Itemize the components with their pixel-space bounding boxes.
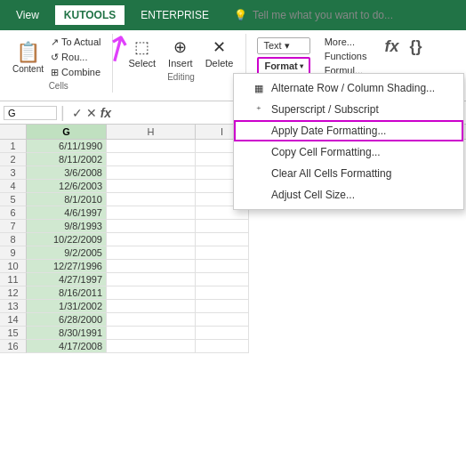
cell-extra[interactable]	[196, 340, 249, 353]
cell-g[interactable]: 8/30/1991	[27, 327, 107, 340]
copy-cell-item[interactable]: Copy Cell Formatting...	[234, 141, 463, 163]
cell-g[interactable]: 1/31/2002	[27, 300, 107, 313]
table-row: 9 9/2/2005	[0, 246, 466, 260]
cell-h[interactable]	[107, 140, 196, 153]
round-btn[interactable]: ↺ Rou...	[47, 51, 105, 64]
cell-g[interactable]: 6/28/2000	[27, 313, 107, 327]
row-number: 15	[0, 327, 27, 340]
cell-extra[interactable]	[196, 327, 249, 340]
cell-h[interactable]	[107, 273, 196, 286]
format-btn[interactable]: Format ▾	[257, 57, 309, 75]
table-row: 7 9/8/1993	[0, 220, 466, 233]
cell-extra[interactable]	[196, 273, 249, 286]
cell-h[interactable]	[107, 246, 196, 260]
cell-h[interactable]	[107, 220, 196, 233]
row-number: 13	[0, 300, 27, 313]
superscript-item[interactable]: ⁺ Superscript / Subscript	[234, 99, 463, 120]
content-label: Content	[12, 64, 44, 74]
cell-h[interactable]	[107, 166, 196, 180]
cell-h[interactable]	[107, 206, 196, 220]
fx-icon: fx	[384, 37, 398, 56]
tab-view[interactable]: View	[7, 5, 48, 25]
fx-area: fx	[381, 34, 402, 60]
apply-date-item[interactable]: Apply Date Formatting...	[234, 120, 463, 141]
formula-icons-area: ✓ ✕ fx	[68, 106, 115, 120]
table-row: 16 4/17/2008	[0, 340, 466, 353]
copy-cell-label: Copy Cell Formatting...	[271, 146, 381, 158]
cell-g[interactable]: 12/6/2003	[27, 180, 107, 193]
insert-label: Insert	[168, 58, 193, 69]
cells-group: ⬚ Select ⊕ Insert ✕ Delete Editing	[116, 34, 247, 84]
col-h-header[interactable]: H	[107, 125, 196, 139]
alternate-row-item[interactable]: ▦ Alternate Row / Column Shading...	[234, 77, 463, 99]
select-btn[interactable]: ⬚ Select	[124, 36, 162, 70]
cell-h[interactable]	[107, 313, 196, 327]
more-btn[interactable]: More...	[321, 36, 371, 48]
text-btn[interactable]: Text ▾	[257, 37, 309, 54]
cell-g[interactable]: 12/27/1996	[27, 260, 107, 273]
content-button[interactable]: 📋 Content	[12, 41, 44, 74]
row-header-space	[0, 125, 27, 139]
cell-h[interactable]	[107, 300, 196, 313]
braces-icon: {}	[409, 37, 422, 56]
cell-extra[interactable]	[196, 246, 249, 260]
cell-extra[interactable]	[196, 313, 249, 327]
cell-g[interactable]: 4/27/1997	[27, 273, 107, 286]
cell-h[interactable]	[107, 327, 196, 340]
alternate-row-label: Alternate Row / Column Shading...	[271, 82, 435, 94]
insert-btn[interactable]: ⊕ Insert	[163, 36, 198, 70]
tab-kutools[interactable]: KUTOOLS	[55, 5, 125, 25]
row-number: 1	[0, 140, 27, 153]
apply-date-label: Apply Date Formatting...	[271, 125, 386, 137]
cell-extra[interactable]	[196, 220, 249, 233]
cell-g[interactable]: 8/11/2002	[27, 153, 107, 166]
select-icon: ⬚	[134, 37, 149, 57]
name-box[interactable]	[4, 106, 57, 120]
checkmark-icon[interactable]: ✓	[72, 106, 83, 120]
cell-extra[interactable]	[196, 300, 249, 313]
table-row: 14 6/28/2000	[0, 313, 466, 327]
cell-extra[interactable]	[196, 286, 249, 300]
superscript-icon: ⁺	[252, 104, 266, 116]
col-g-header[interactable]: G	[27, 125, 107, 139]
cell-h[interactable]	[107, 340, 196, 353]
clear-formatting-item[interactable]: Clear All Cells Formatting	[234, 163, 463, 184]
delete-label: Delete	[205, 58, 234, 69]
functions-btn[interactable]: Functions	[321, 50, 371, 62]
cells-group-label: Editing	[167, 72, 195, 82]
format-arrow: ▾	[300, 62, 303, 70]
cell-g[interactable]: 9/2/2005	[27, 246, 107, 260]
cell-h[interactable]	[107, 193, 196, 206]
cell-h[interactable]	[107, 286, 196, 300]
combine-btn[interactable]: ⊞ Combine	[47, 66, 105, 79]
cell-g[interactable]: 6/11/1990	[27, 140, 107, 153]
cell-extra[interactable]	[196, 260, 249, 273]
cell-extra[interactable]	[196, 233, 249, 246]
search-placeholder: Tell me what you want to do...	[253, 9, 393, 21]
select-label: Select	[129, 58, 157, 69]
cell-h[interactable]	[107, 233, 196, 246]
formula-separator: |	[60, 103, 65, 122]
row-number: 2	[0, 153, 27, 166]
to-actual-btn[interactable]: ↗ To Actual	[47, 36, 105, 49]
delete-icon: ✕	[213, 37, 226, 57]
cell-g[interactable]: 4/17/2008	[27, 340, 107, 353]
cell-g[interactable]: 8/1/2010	[27, 193, 107, 206]
cell-g[interactable]: 4/6/1997	[27, 206, 107, 220]
delete-btn[interactable]: ✕ Delete	[200, 36, 239, 70]
adjust-cell-label: Adjust Cell Size...	[271, 189, 355, 201]
format-label: Format	[264, 61, 297, 71]
cross-icon[interactable]: ✕	[86, 106, 97, 120]
cell-h[interactable]	[107, 260, 196, 273]
table-row: 13 1/31/2002	[0, 300, 466, 313]
cell-h[interactable]	[107, 180, 196, 193]
adjust-cell-item[interactable]: Adjust Cell Size...	[234, 184, 463, 206]
lightbulb-icon: 💡	[234, 9, 247, 21]
cell-h[interactable]	[107, 153, 196, 166]
cell-g[interactable]: 9/8/1993	[27, 220, 107, 233]
cell-g[interactable]: 10/22/2009	[27, 233, 107, 246]
tab-enterprise[interactable]: ENTERPRISE	[132, 5, 218, 25]
cell-g[interactable]: 8/16/2011	[27, 286, 107, 300]
cell-g[interactable]: 3/6/2008	[27, 166, 107, 180]
content-group: 📋 Content ↗ To Actual ↺ Rou... ⊞ Combine…	[5, 34, 113, 93]
